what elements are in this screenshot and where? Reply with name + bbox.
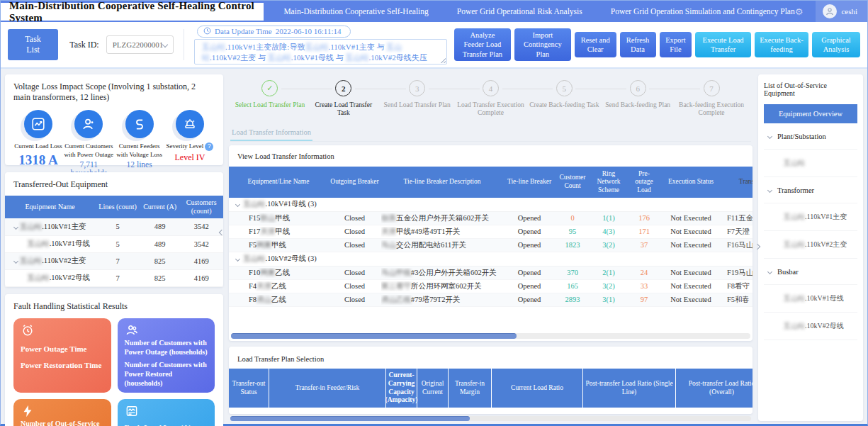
tie-line-description: 虎山乙线#79塔79T2开关 xyxy=(381,295,503,305)
tree-item-substation[interactable]: 五山站 xyxy=(764,150,857,177)
table-row[interactable]: 五山站.10kV#1母线 5 489 3542 xyxy=(5,235,223,252)
col-pre-outage-load: Pre-outage Load xyxy=(628,167,660,198)
load-meter-icon xyxy=(125,404,139,418)
reset-and-clear-button[interactable]: Reset and Clear xyxy=(575,32,616,57)
tree-group-busbar[interactable]: Busbar xyxy=(764,259,857,285)
tree-group-transformer[interactable]: Transformer xyxy=(764,177,857,203)
station-name-redacted: 五山站 xyxy=(305,43,328,51)
expand-row-icon[interactable] xyxy=(13,259,18,264)
execution-status: Not Executed xyxy=(660,282,721,290)
feeder-name: F4天澄乙线 xyxy=(229,281,328,291)
user-menu[interactable]: ceshi xyxy=(816,1,867,22)
tie-line-description: 第三看守所公用环网室602开关 xyxy=(381,281,503,291)
page-horizontal-scrollbar[interactable] xyxy=(230,416,751,421)
redacted-text: 马山甲线 xyxy=(381,269,411,276)
table-row[interactable]: 五山站.10kV#2母线 7 825 4169 xyxy=(5,269,223,286)
tie-line-breaker: Opened xyxy=(503,282,556,290)
pre-outage-load: 24 xyxy=(628,269,660,276)
app-root: Main-Distribution Cooperative Self-Heali… xyxy=(0,0,868,426)
collapse-group-icon xyxy=(767,269,772,274)
table-horizontal-scrollbar[interactable] xyxy=(231,333,750,339)
scrollbar-thumb[interactable] xyxy=(230,416,470,421)
scrollbar-thumb[interactable] xyxy=(231,333,517,339)
nav-item-simulation-contingency[interactable]: Power Grid Operation Simulation and Cont… xyxy=(611,7,795,16)
stat-severity-level: Severity Level? Level IV xyxy=(165,110,215,177)
redacted-text: 虎山 xyxy=(257,296,271,303)
plan-table-body xyxy=(229,408,753,414)
graphical-analysis-button[interactable]: Graphical Analysis xyxy=(812,32,860,57)
fault-description-textarea[interactable]: 五山站.110kV#1主变故障:导致五山站.110kV#1主变 与 五山站.11… xyxy=(194,39,447,65)
equipment-name: .10kV#1母线 xyxy=(50,240,90,247)
card-line: Number of Out-of-Service Devices xyxy=(21,419,104,426)
table-row[interactable]: 五山站.110kV#1主变 5 489 3542 xyxy=(5,218,223,235)
data-update-time-value: 2022-06-10 16:11:14 xyxy=(276,27,342,35)
task-id-select[interactable]: PLZG22000001 xyxy=(106,35,174,54)
import-contingency-plan-button[interactable]: Import Contingency Plan xyxy=(514,28,571,60)
load-transfer-table: Equipment/Line Name Outgoing Breaker Tie… xyxy=(229,167,753,307)
group-row-busbar-1[interactable]: 五山站.10kV#1母线 (3) xyxy=(229,198,753,212)
settings-gear-icon[interactable]: ⚙ xyxy=(795,6,804,17)
group-row-busbar-2[interactable]: 五山站.10kV#2母线 (3) xyxy=(229,252,753,267)
app-title-box: Main-Distribution Cooperative Self-Heali… xyxy=(1,3,264,21)
tree-item-label: .10kV#1母线 xyxy=(805,294,844,302)
tree-item-busbar-1[interactable]: 五山站.10kV#1母线 xyxy=(764,285,857,313)
equipment-overview-header[interactable]: Equipment Overview xyxy=(764,104,857,123)
card-line: Fault Load Loss (A) xyxy=(125,422,208,426)
stat-value: 12 lines xyxy=(127,160,152,169)
severity-help-icon[interactable]: ? xyxy=(205,142,213,151)
tree-group-plant-substation[interactable]: Plant/Substation xyxy=(764,123,857,150)
center-main: ✓ Select Load Transfer Plan 2 Create Loa… xyxy=(229,74,753,421)
execute-load-transfer-button[interactable]: Execute Load Transfer xyxy=(695,32,750,57)
expand-row-icon[interactable] xyxy=(13,225,18,230)
ring-network-scheme: 3(1) xyxy=(590,296,628,303)
collapse-group-icon xyxy=(767,188,772,193)
tree-item-transformer-1[interactable]: 五山站.110kV#1主变 xyxy=(764,203,857,231)
step-send-load-transfer-plan: 3 Send Load Transfer Plan xyxy=(381,80,454,118)
stat-label: Current Feeders with Voltage Loss xyxy=(115,142,164,159)
tree-item-transformer-2[interactable]: 五山站.110kV#2主变 xyxy=(764,231,857,259)
table-row[interactable]: 五山站.110kV#2主变 7 825 4169 xyxy=(5,252,223,269)
step-number: 6 xyxy=(630,80,646,96)
task-list-button[interactable]: Task List xyxy=(8,29,58,60)
ring-network-scheme: 2(1) xyxy=(590,269,628,276)
col-transfer-in-feeder: Transfer-in Feeder xyxy=(721,174,753,189)
analyze-feeder-load-transfer-plan-button[interactable]: Analyze Feeder Load Transfer Plan xyxy=(454,28,511,60)
lines-count: 5 xyxy=(95,218,140,235)
redacted-text: 第三看守 xyxy=(381,282,411,290)
out-of-service-devices-card: Number of Out-of-Service Devices Busbars… xyxy=(13,399,111,426)
execute-back-feeding-button[interactable]: Execute Back-feeding xyxy=(755,32,808,57)
step-select-load-transfer-plan: ✓ Select Load Transfer Plan xyxy=(233,80,307,118)
col-equipment-name: Equipment Name xyxy=(5,196,95,218)
nav-item-risk-analysis[interactable]: Power Grid Operational Risk Analysis xyxy=(457,7,582,16)
station-name-redacted: 五山站 xyxy=(27,240,50,247)
collapse-group-icon[interactable] xyxy=(235,257,240,262)
nav-item-self-healing[interactable]: Main-Distribution Cooperative Self-Heali… xyxy=(283,7,428,16)
transfer-row[interactable]: F8虎山乙线 Closed 虎山乙线#79塔79T2开关 Opened 2893… xyxy=(229,293,753,307)
equipment-name: .110kV#1主变 xyxy=(42,223,86,230)
customers-value: 4169 xyxy=(179,252,223,269)
customers-icon xyxy=(125,323,139,337)
refresh-data-button[interactable]: Refresh Data xyxy=(620,32,656,57)
transfer-row[interactable]: F5网夏甲线 Closed 马山交公用配电站611开关 Opened 1823 … xyxy=(229,239,753,252)
main-nav: Main-Distribution Cooperative Self-Heali… xyxy=(283,7,794,16)
fault-text: .10kV#2母线失压 xyxy=(369,53,427,62)
station-name-redacted: 五山站 xyxy=(27,274,50,281)
export-file-button[interactable]: Export File xyxy=(660,32,692,57)
collapse-group-icon[interactable] xyxy=(235,202,240,207)
col-customers-count: Customers (count) xyxy=(179,196,223,218)
stat-current-load-loss: Current Load Loss 1318 A xyxy=(13,110,63,177)
table-header-row: Equipment Name Lines (count) Current (A)… xyxy=(5,196,223,218)
pre-outage-load: 37 xyxy=(628,241,660,249)
transfer-row[interactable]: F10网夏乙线 Closed 马山甲线#3公用户外开关箱602开关 Opened… xyxy=(229,267,753,280)
customer-count: 1823 xyxy=(556,241,590,249)
transfer-row[interactable]: F4天澄乙线 Closed 第三看守所公用环网室602开关 Opened 165… xyxy=(229,280,753,293)
resize-handle[interactable] xyxy=(440,57,446,63)
severity-alarm-icon xyxy=(176,110,204,138)
table-header-row: Equipment/Line Name Outgoing Breaker Tie… xyxy=(229,167,753,198)
transfer-row[interactable]: F15联山甲线 Closed 创美五金公用户外开关箱602开关 Opened 0… xyxy=(229,212,753,225)
collapse-group-icon xyxy=(767,134,772,139)
tab-load-transfer-information[interactable]: Load Transfer Information xyxy=(230,126,312,141)
tree-item-busbar-2[interactable]: 五山站.10kV#2母线 xyxy=(764,313,857,340)
transfer-row[interactable]: F17天澄甲线 Closed 天澄甲线#49塔49T1开关 Opened 95 … xyxy=(229,225,753,239)
col-transfer-out-status: Transfer-out Status xyxy=(229,369,269,408)
